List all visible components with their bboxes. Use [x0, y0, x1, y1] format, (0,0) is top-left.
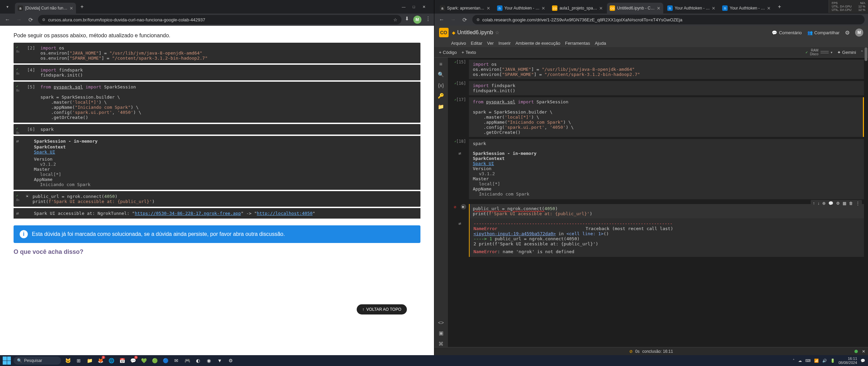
link-icon[interactable]: ⊕: [822, 201, 826, 206]
download-icon[interactable]: ⬇: [405, 16, 409, 24]
explorer-icon[interactable]: 📁: [85, 357, 94, 365]
volume-icon[interactable]: 🔊: [822, 359, 827, 363]
localhost-link[interactable]: http://localhost:4050: [257, 211, 312, 216]
taskbar-cat-icon[interactable]: 🐱: [64, 357, 72, 365]
wifi-icon[interactable]: 📶: [814, 359, 819, 363]
comment-icon[interactable]: 💬: [828, 201, 833, 206]
reload-button[interactable]: ⟳: [26, 17, 35, 23]
tab-close-icon[interactable]: ✕: [599, 6, 603, 11]
cell-19-active[interactable]: ↑ ↓ ⊕ 💬 ⚙ ▦ 🗑 ⋮ ⊘ ▶ public: [452, 204, 864, 257]
notebook-area[interactable]: ✓[15] import os os.environ["JAVA_HOME"] …: [448, 58, 868, 347]
whatsapp-icon[interactable]: 💚: [140, 357, 148, 365]
profile-avatar[interactable]: M: [855, 28, 863, 37]
secrets-icon[interactable]: 🔑: [438, 93, 444, 99]
scrollbar-thumb[interactable]: [865, 58, 867, 61]
site-info-icon[interactable]: ⚙: [42, 18, 45, 22]
battery-icon[interactable]: 🔋: [830, 359, 835, 363]
ngrok-link[interactable]: https://0530-34-86-228-17.ngrok-free.app: [135, 211, 241, 216]
new-tab-button[interactable]: +: [77, 2, 87, 12]
mail-icon[interactable]: ✉: [172, 357, 180, 365]
url-input[interactable]: ⚙ colab.research.google.com/drive/1-2ZS9…: [472, 15, 865, 24]
output-toggle-icon[interactable]: ⇄: [459, 221, 461, 226]
run-button-icon[interactable]: ▶: [25, 194, 30, 198]
site-info-icon[interactable]: ⚙: [476, 18, 480, 22]
firefox-icon[interactable]: 🦊1: [96, 357, 104, 365]
cell-17[interactable]: ✓[17] from pyspark.sql import SparkSessi…: [452, 97, 864, 137]
menu-ver[interactable]: Ver: [487, 41, 494, 46]
terminal-icon[interactable]: ▣: [439, 330, 443, 336]
forward-button[interactable]: →: [15, 17, 23, 23]
spotify-icon[interactable]: 🟢: [151, 357, 159, 365]
cell-18[interactable]: ✓[18] spark ⇄ SparkSession - in-memory S…: [452, 139, 864, 199]
toc-icon[interactable]: ≡: [439, 61, 442, 67]
tab-close-icon[interactable]: ✕: [487, 6, 490, 11]
onedrive-icon[interactable]: ☁: [798, 359, 802, 363]
star-icon[interactable]: ☆: [495, 30, 499, 35]
cell-16[interactable]: ✓[16] import findspark findspark.init(): [452, 81, 864, 95]
url-input[interactable]: ⚙ cursos.alura.com.br/forum/topico-duvid…: [38, 15, 401, 24]
settings-icon[interactable]: ⚙: [845, 29, 850, 36]
tab-close-icon[interactable]: ✕: [541, 6, 545, 11]
notifications-icon[interactable]: 💬: [861, 359, 865, 363]
new-tab-button[interactable]: +: [775, 2, 784, 12]
calendar-icon[interactable]: 📅: [118, 357, 126, 365]
spark-ui-link[interactable]: Spark UI: [34, 149, 55, 155]
delete-icon[interactable]: 🗑: [849, 201, 853, 206]
command-palette-icon[interactable]: ⌘: [438, 341, 443, 347]
menu-arquivo[interactable]: Arquivo: [451, 41, 466, 46]
gemini-button[interactable]: ✦Gemini: [837, 50, 856, 55]
resource-meter[interactable]: ✓ RAMDisco ▾: [805, 48, 832, 56]
close-window-icon[interactable]: ✕: [421, 5, 427, 9]
mirror-icon[interactable]: ▦: [843, 201, 846, 206]
tab-alura[interactable]: a [Dúvida] Curl não funciona goo… ✕: [15, 3, 76, 14]
scroll-to-top-button[interactable]: ↑ VOLTAR AO TOPO: [357, 304, 407, 314]
menu-icon[interactable]: ⋮: [426, 16, 431, 24]
menu-editar[interactable]: Editar: [471, 41, 482, 46]
close-footer-icon[interactable]: ✕: [862, 349, 865, 354]
reload-button[interactable]: ⟳: [461, 17, 469, 23]
move-down-icon[interactable]: ↓: [817, 201, 820, 206]
tab-search-dropdown[interactable]: ▾: [3, 2, 12, 12]
back-button[interactable]: ←: [438, 17, 446, 23]
spark-ui-link[interactable]: Spark UI: [473, 161, 494, 166]
move-up-icon[interactable]: ↑: [813, 201, 815, 206]
profile-avatar[interactable]: M: [413, 16, 421, 24]
browser-tab-4[interactable]: nYour Authtoken - …✕: [665, 3, 718, 14]
edge-icon[interactable]: 🌐: [107, 357, 115, 365]
cell-15[interactable]: ✓[15] import os os.environ["JAVA_HOME"] …: [452, 60, 864, 79]
app-icon-2[interactable]: ▼: [216, 357, 224, 365]
comment-button[interactable]: 💬Comentário: [772, 30, 802, 35]
add-code-button[interactable]: + Código: [439, 50, 457, 55]
settings-icon[interactable]: ⚙: [836, 201, 840, 206]
language-indicator[interactable]: ⌨: [805, 359, 811, 363]
code-icon[interactable]: <>: [438, 320, 444, 325]
tab-close-icon[interactable]: ✕: [70, 6, 73, 11]
menu-inserir[interactable]: Inserir: [498, 41, 511, 46]
back-button[interactable]: ←: [3, 17, 12, 23]
browser-tab-2[interactable]: coaula1_projeto_spa…✕: [549, 3, 606, 14]
browser-tab-3[interactable]: coUntitled6.ipynb - C…✕: [607, 3, 663, 14]
output-toggle-icon[interactable]: ⇄: [16, 139, 19, 144]
more-icon[interactable]: ⋮: [856, 201, 860, 206]
tab-close-icon[interactable]: ✕: [767, 6, 771, 11]
menu-ambiente de execução[interactable]: Ambiente de execução: [515, 41, 560, 46]
browser-tab-1[interactable]: nYour Authtoken - …✕: [494, 3, 548, 14]
taskbar-clock[interactable]: 16:11 08/08/2024: [839, 357, 857, 365]
chrome-icon[interactable]: 🔵: [161, 357, 170, 365]
tray-chevron-icon[interactable]: ˄: [793, 359, 795, 363]
bookmark-icon[interactable]: ☆: [393, 17, 397, 22]
discord-icon[interactable]: 💬3: [129, 357, 137, 365]
tab-close-icon[interactable]: ✕: [712, 6, 715, 11]
maximize-icon[interactable]: □: [411, 5, 417, 9]
notebook-title[interactable]: ◆ Untitled6.ipynb ☆: [452, 29, 500, 36]
browser-tab-5[interactable]: nYour Authtoken - …✕: [719, 3, 773, 14]
colab-logo-icon[interactable]: CO: [439, 28, 449, 37]
steam-icon[interactable]: ◉: [205, 357, 213, 365]
files-icon[interactable]: 📁: [438, 104, 444, 110]
tab-close-icon[interactable]: ✕: [657, 6, 660, 11]
run-button-icon[interactable]: ▶: [461, 204, 466, 209]
forward-button[interactable]: →: [449, 17, 457, 23]
menu-ferramentas[interactable]: Ferramentas: [565, 41, 590, 46]
taskbar-search[interactable]: 🔍 Pesquisar: [14, 357, 61, 365]
output-toggle-icon[interactable]: ⇄: [459, 151, 461, 156]
